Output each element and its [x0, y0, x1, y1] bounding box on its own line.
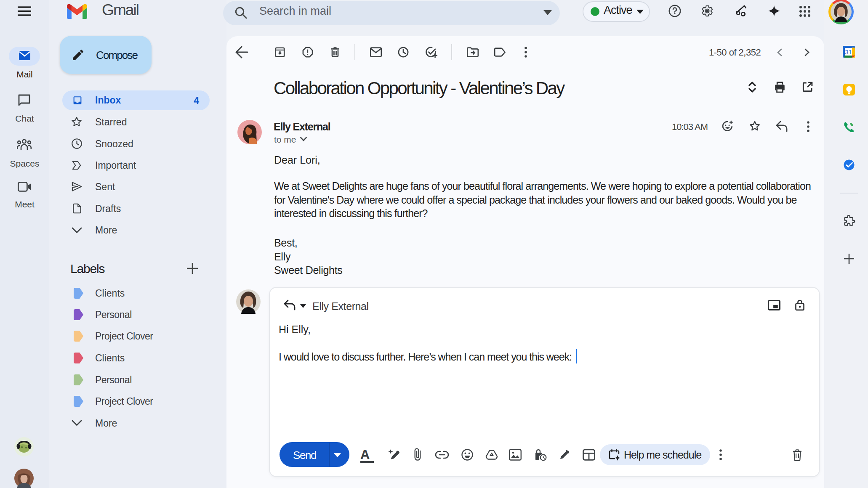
svg-text:31: 31	[845, 48, 852, 56]
